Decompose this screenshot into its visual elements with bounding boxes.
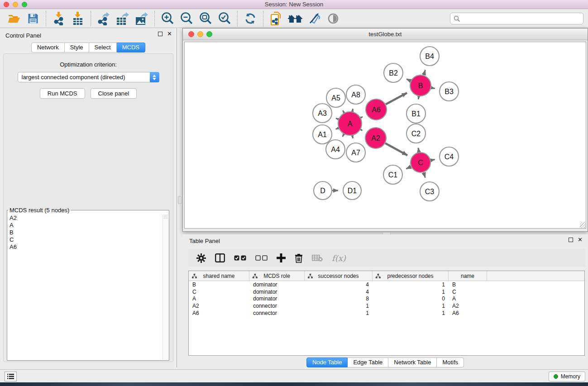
- tab-style[interactable]: Style: [65, 43, 89, 52]
- close-table-panel-icon[interactable]: ✕: [578, 238, 583, 242]
- zoom-fit-icon[interactable]: [198, 11, 213, 26]
- graph-edge-A-A1[interactable]: [336, 128, 339, 129]
- zoom-in-icon[interactable]: [160, 11, 175, 26]
- column-header-shared-name[interactable]: shared name: [189, 271, 249, 281]
- tab-network-table[interactable]: Network Table: [388, 357, 437, 367]
- refresh-layout-icon[interactable]: [243, 11, 258, 26]
- save-session-icon[interactable]: [25, 11, 41, 26]
- graph-node-label: A: [348, 120, 353, 128]
- node-table[interactable]: shared nameMCDS rolesuccessor nodesprede…: [188, 271, 585, 356]
- network-graph: B4B2BB3A8A5A6A3B1AA1C2A2A4A7C4CC1C3DD1: [185, 42, 587, 229]
- memory-button[interactable]: Memory: [549, 372, 585, 381]
- table-row[interactable]: Adominator80A: [189, 295, 584, 302]
- clone-network-icon[interactable]: [268, 11, 284, 26]
- open-session-icon[interactable]: [6, 11, 22, 26]
- column-header-MCDS-role[interactable]: MCDS role: [249, 271, 305, 281]
- tab-select[interactable]: Select: [89, 43, 117, 52]
- add-column-icon[interactable]: [277, 253, 286, 262]
- network-canvas[interactable]: B4B2BB3A8A5A6A3B1AA1C2A2A4A7C4CC1C3DD1: [184, 42, 586, 229]
- network-window-titlebar: testGlobe.txt: [183, 29, 588, 40]
- minimize-window-button[interactable]: [13, 2, 18, 7]
- graph-edge-C-C2[interactable]: [418, 148, 419, 152]
- close-panel-button[interactable]: Close panel: [91, 88, 137, 99]
- resize-grip-icon[interactable]: [580, 222, 586, 228]
- zoom-out-glyph: [180, 12, 193, 25]
- tab-edge-table[interactable]: Edge Table: [348, 357, 388, 367]
- function-builder-icon[interactable]: f(x): [332, 253, 346, 263]
- mcds-result-item[interactable]: C: [8, 236, 162, 243]
- search-field[interactable]: [450, 13, 583, 24]
- column-header-successor-nodes[interactable]: successor nodes: [305, 271, 373, 281]
- mcds-result-scrollbar[interactable]: [163, 214, 168, 360]
- graph-edge-C-C4[interactable]: [431, 159, 435, 160]
- graph-edge-A-A6[interactable]: [361, 117, 363, 118]
- mcds-result-item[interactable]: A6: [8, 243, 162, 251]
- mcds-result-title: MCDS result (5 nodes): [8, 207, 71, 214]
- graph-node-label: C3: [425, 188, 435, 195]
- graph-edge-B-B4[interactable]: [424, 70, 425, 75]
- close-panel-icon[interactable]: ✕: [167, 32, 172, 36]
- run-mcds-button[interactable]: Run MCDS: [40, 88, 85, 99]
- graph-edge-B-B1[interactable]: [418, 96, 419, 100]
- mcds-result-item[interactable]: B: [8, 229, 162, 236]
- delete-table-icon[interactable]: [312, 255, 323, 262]
- tab-node-table[interactable]: Node Table: [306, 357, 348, 367]
- graph-edge-A-A3[interactable]: [336, 118, 339, 119]
- list-icon: [7, 374, 14, 379]
- desktop-wallpaper-strip: [0, 382, 588, 386]
- task-history-button[interactable]: [5, 372, 17, 381]
- table-cell: A: [449, 295, 487, 302]
- graph-edge-B-B2[interactable]: [406, 79, 411, 81]
- zoom-out-icon[interactable]: [179, 11, 194, 26]
- settings-gear-icon[interactable]: [196, 253, 206, 263]
- graph-edge-C-C1[interactable]: [406, 167, 411, 169]
- graph-edge-A6-B[interactable]: [386, 93, 407, 104]
- memory-label: Memory: [561, 373, 580, 380]
- float-table-panel-icon[interactable]: [569, 238, 573, 242]
- hide-labels-icon[interactable]: [306, 11, 322, 26]
- search-input[interactable]: [460, 15, 574, 22]
- column-header-name[interactable]: name: [449, 271, 487, 281]
- table-body: Bdominator41BCdominator41CAdominator80AA…: [189, 281, 584, 316]
- column-header-predecessor-nodes[interactable]: predecessor nodes: [373, 271, 449, 281]
- select-all-checkboxes-icon[interactable]: [234, 255, 246, 261]
- graph-edge-A-A5[interactable]: [343, 110, 344, 113]
- graph-edge-C-C3[interactable]: [424, 172, 425, 178]
- table-row[interactable]: Bdominator41B: [189, 281, 584, 288]
- deselect-all-checkboxes-icon[interactable]: [255, 255, 268, 261]
- import-table-icon[interactable]: [70, 11, 86, 26]
- zoom-window-button[interactable]: [22, 2, 27, 7]
- graph-edge-A-A2[interactable]: [361, 129, 363, 130]
- table-cell: connector: [249, 310, 305, 316]
- home-icon[interactable]: [287, 11, 303, 26]
- mcds-result-item[interactable]: A: [8, 222, 162, 229]
- table-row[interactable]: A6connector11A6: [189, 310, 584, 317]
- table-row[interactable]: A2connector11A2: [189, 302, 584, 310]
- graph-edge-A-A4[interactable]: [343, 134, 344, 137]
- delete-column-icon[interactable]: [295, 253, 303, 263]
- tab-network[interactable]: Network: [31, 43, 65, 52]
- tab-mcds[interactable]: MCDS: [117, 43, 145, 52]
- graph-edge-A-A7[interactable]: [352, 135, 353, 138]
- criterion-dropdown[interactable]: largest connected component (directed): [18, 72, 159, 82]
- tab-motifs[interactable]: Motifs: [437, 357, 464, 367]
- mcds-result-item[interactable]: A2: [8, 214, 162, 222]
- vertical-splitter-handle[interactable]: [178, 196, 182, 204]
- float-panel-icon[interactable]: [158, 32, 163, 36]
- zoom-selected-icon[interactable]: [217, 11, 232, 26]
- split-columns-icon[interactable]: [215, 253, 225, 262]
- export-table-icon[interactable]: [115, 11, 130, 26]
- export-table-glyph: [116, 12, 129, 25]
- graph-edge-A2-C[interactable]: [385, 143, 407, 155]
- search-icon: [454, 15, 460, 22]
- table-cell: dominator: [249, 289, 305, 295]
- close-window-button[interactable]: [4, 2, 9, 7]
- graph-edge-B-B3[interactable]: [431, 88, 435, 89]
- table-row[interactable]: Cdominator41C: [189, 288, 584, 295]
- import-network-icon[interactable]: [51, 11, 67, 26]
- export-image-icon[interactable]: [134, 11, 149, 26]
- show-details-icon[interactable]: [325, 11, 341, 26]
- graph-edge-A-A8[interactable]: [352, 109, 353, 111]
- export-network-icon[interactable]: [96, 11, 111, 26]
- table-cell: connector: [249, 303, 305, 309]
